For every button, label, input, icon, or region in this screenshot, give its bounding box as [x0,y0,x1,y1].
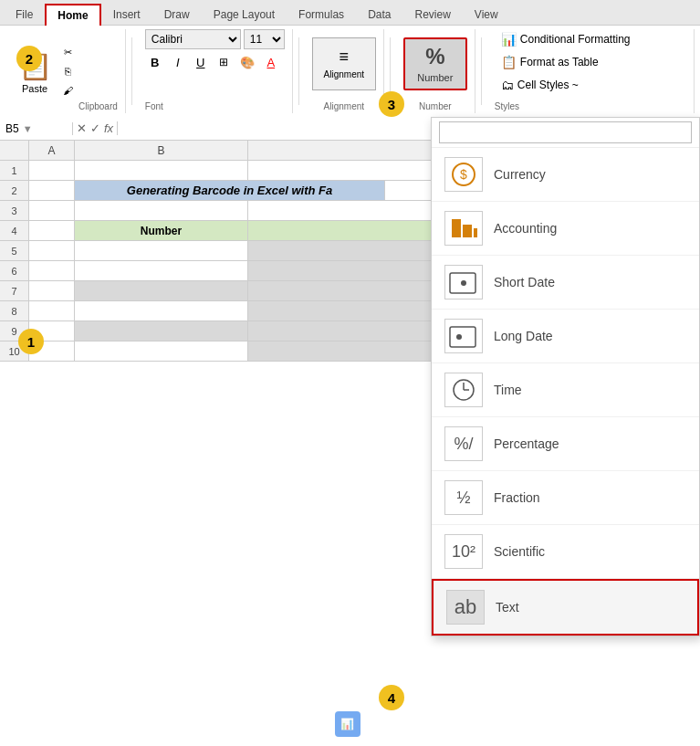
font-size-select[interactable]: 11 [244,29,285,49]
format-painter-button[interactable]: 🖌 [57,82,78,99]
short_date-icon [444,265,483,299]
format-as-table-button[interactable]: 📋 Format as Table [495,52,605,72]
styles-group-label: Styles [495,98,519,113]
cell[interactable] [29,261,75,280]
row-number: 4 [0,221,29,240]
font-group-label: Font [145,98,163,113]
dropdown-item-long_date[interactable]: Long Date [432,310,699,363]
cut-button[interactable]: ✂ [57,44,78,60]
long_date-icon [444,319,483,353]
alignment-group: ≡ Alignment Alignment [305,29,384,113]
tab-insert[interactable]: Insert [101,4,152,25]
accounting-icon [444,211,483,246]
cell[interactable] [75,321,248,341]
cell[interactable] [29,201,75,220]
tab-data[interactable]: Data [356,4,402,25]
conditional-formatting-button[interactable]: 📊 Conditional Formatting [495,29,637,49]
cell[interactable] [75,281,248,300]
row-number: 1 [0,161,29,180]
fill-color-button[interactable]: 🎨 [236,52,258,72]
watermark-icon: 📊 [335,711,360,737]
tab-page-layout[interactable]: Page Layout [202,4,287,25]
alignment-icon: ≡ [340,47,350,67]
svg-rect-3 [463,225,472,237]
row-number: 7 [0,281,29,300]
svg-point-6 [461,280,466,286]
dropdown-item-time[interactable]: Time [432,363,699,417]
cell[interactable] [29,221,75,240]
dropdown-item-accounting[interactable]: Accounting [432,202,699,256]
copy-button[interactable]: ⎘ [57,63,78,79]
cell[interactable] [75,241,248,260]
number-format-button[interactable]: % Number [403,37,467,90]
format-table-icon: 📋 [501,55,517,69]
cell[interactable] [29,281,75,300]
text-label: Text [496,600,519,615]
svg-rect-4 [474,228,477,237]
dropdown-item-scientific[interactable]: 10²Scientific [432,525,699,579]
cell[interactable] [75,161,248,180]
accounting-label: Accounting [494,221,557,236]
alignment-group-label: Alignment [324,98,364,113]
cell[interactable] [75,261,248,280]
font-color-button[interactable]: A [261,52,281,72]
tab-draw[interactable]: Draw [152,4,202,25]
dropdown-item-short_date[interactable]: Short Date [432,256,699,310]
time-label: Time [494,383,522,397]
long_date-label: Long Date [494,329,553,343]
alignment-label: Alignment [324,69,364,79]
cell[interactable] [29,161,75,180]
tab-home[interactable]: Home [45,4,100,26]
cell-reference-box[interactable]: B5 ▼ [0,122,73,135]
scientific-icon: 10² [444,534,483,569]
format-table-label: Format as Table [520,56,599,68]
badge-1: 1 [18,329,44,354]
short_date-label: Short Date [494,275,555,289]
italic-button[interactable]: I [168,52,188,72]
border-button[interactable]: ⊞ [214,52,234,72]
cell[interactable] [75,201,248,220]
svg-rect-7 [450,327,475,347]
row-number: 6 [0,261,29,280]
number-group: % Number Number [396,29,475,113]
tab-review[interactable]: Review [402,4,462,25]
cell[interactable] [29,181,75,200]
dropdown-search-input[interactable] [439,121,692,143]
cell[interactable]: Generating Barcode in Excel with Fa [75,181,385,200]
cell[interactable] [75,301,248,320]
formula-cancel-icon[interactable]: ✕ [77,121,87,135]
corner-header [0,141,29,161]
badge-3: 3 [379,91,404,117]
tab-file[interactable]: File [4,4,45,25]
formula-fx-label: fx [104,121,113,135]
dropdown-item-currency[interactable]: $Currency [432,148,699,202]
col-header-b[interactable]: B [75,141,248,160]
font-name-select[interactable]: Calibri [145,29,241,49]
bold-button[interactable]: B [145,52,165,72]
alignment-button[interactable]: ≡ Alignment [312,37,376,90]
fraction-icon: ½ [444,480,483,515]
percentage-icon: %/ [444,426,483,461]
conditional-formatting-icon: 📊 [501,32,517,47]
dropdown-item-percentage[interactable]: %/Percentage [432,417,699,471]
cell[interactable]: Number [75,221,248,240]
row-number: 8 [0,301,29,320]
cell[interactable] [29,301,75,320]
cell-styles-button[interactable]: 🗂 Cell Styles ~ [495,75,585,95]
tab-formulas[interactable]: Formulas [287,4,356,25]
formula-confirm-icon[interactable]: ✓ [90,121,100,135]
svg-rect-2 [452,219,461,237]
badge-2: 2 [16,46,42,71]
dropdown-item-text[interactable]: abText [432,579,699,636]
dropdown-item-fraction[interactable]: ½Fraction [432,471,699,525]
svg-text:$: $ [460,167,467,182]
tab-view[interactable]: View [463,4,510,25]
col-header-a[interactable]: A [29,141,75,160]
underline-button[interactable]: U [191,52,211,72]
cell[interactable] [29,241,75,260]
cell-styles-icon: 🗂 [501,78,514,92]
cell[interactable] [75,341,248,361]
paste-label: Paste [22,83,47,94]
number-format-dropdown: $CurrencyAccountingShort DateLong DateTi… [431,117,700,636]
cell-ref-value: B5 [5,122,19,135]
